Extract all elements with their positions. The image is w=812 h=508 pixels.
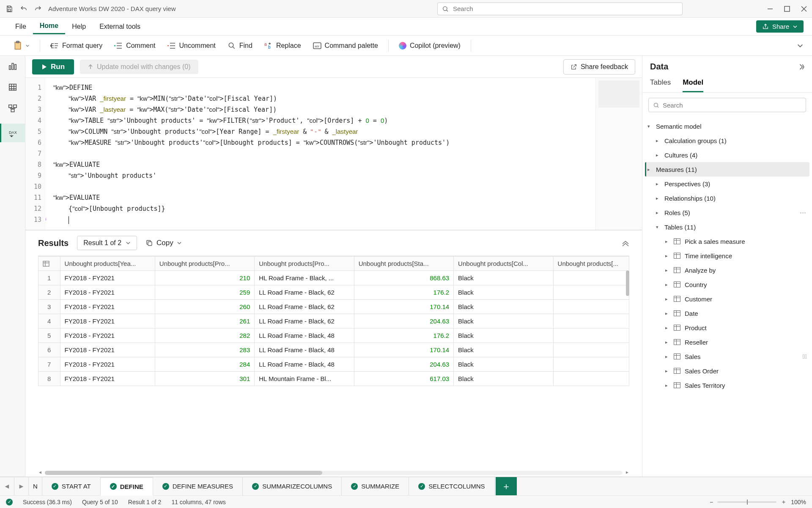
cell bbox=[553, 343, 629, 357]
share-feedback-button[interactable]: Share feedback bbox=[563, 59, 635, 75]
zoom-in-icon[interactable]: ＋ bbox=[781, 498, 787, 506]
tree-table[interactable]: ▸Country bbox=[645, 277, 809, 292]
tree-table[interactable]: ▸Date bbox=[645, 306, 809, 320]
row-corner[interactable] bbox=[38, 257, 60, 271]
query-tab[interactable]: ✓DEFINE MEASURES bbox=[153, 477, 243, 495]
find-button[interactable]: Find bbox=[222, 39, 258, 52]
save-icon[interactable] bbox=[5, 5, 14, 13]
toolbar: Format query Comment Uncomment Find abRe… bbox=[0, 36, 812, 56]
model-view-icon[interactable] bbox=[7, 102, 19, 114]
result-selector[interactable]: Result 1 of 2 bbox=[77, 236, 137, 250]
copy-button[interactable]: Copy bbox=[145, 239, 182, 247]
col-header[interactable]: Unbought products[Yea... bbox=[60, 257, 155, 271]
tabs-prev-icon[interactable]: ◄ bbox=[0, 477, 14, 495]
format-query-button[interactable]: Format query bbox=[45, 39, 107, 52]
tree-node[interactable]: ▸Relationships (10) bbox=[645, 191, 809, 205]
window-controls bbox=[767, 6, 807, 12]
minimap[interactable] bbox=[595, 78, 642, 230]
report-view-icon[interactable] bbox=[7, 60, 19, 72]
tree-root[interactable]: ▾Semantic model bbox=[645, 119, 809, 133]
tree-tables-header[interactable]: ▾Tables (11) bbox=[645, 220, 809, 234]
undo-icon[interactable] bbox=[19, 5, 28, 13]
zoom-control[interactable]: − ＋ 100% bbox=[710, 498, 806, 506]
vertical-scrollbar[interactable] bbox=[625, 271, 629, 470]
svg-rect-12 bbox=[14, 64, 16, 69]
tree-node[interactable]: ▸Measures (11) bbox=[645, 162, 809, 177]
zoom-out-icon[interactable]: − bbox=[710, 499, 713, 505]
code-editor[interactable]: 12345678910111213 "kw">DEFINE "kw">VAR _… bbox=[25, 78, 642, 230]
query-tab[interactable]: ✓SUMMARIZE bbox=[342, 477, 409, 495]
tree-table[interactable]: ▸Sales Order bbox=[645, 364, 809, 378]
table-row[interactable]: 6FY2018 - FY2021283LL Road Frame - Black… bbox=[38, 343, 629, 357]
cell: Black bbox=[454, 271, 553, 285]
tree-table[interactable]: ▸Pick a sales measure bbox=[645, 234, 809, 248]
tree-node[interactable]: ▸Roles (5)⋯ bbox=[645, 205, 809, 220]
col-header[interactable]: Unbought products[Pro... bbox=[155, 257, 254, 271]
tree-node[interactable]: ▸Cultures (4) bbox=[645, 148, 809, 162]
check-icon: ✓ bbox=[110, 483, 117, 490]
redo-icon[interactable] bbox=[34, 5, 42, 13]
collapse-results-icon[interactable] bbox=[622, 240, 629, 246]
minimize-icon[interactable] bbox=[767, 6, 773, 12]
collapse-panel-icon[interactable] bbox=[798, 64, 804, 70]
run-button[interactable]: Run bbox=[32, 59, 74, 75]
menu-external-tools[interactable]: External tools bbox=[93, 19, 147, 34]
copilot-button[interactable]: Copilot (preview) bbox=[394, 39, 466, 52]
comment-button[interactable]: Comment bbox=[109, 39, 160, 52]
command-palette-button[interactable]: ablCommand palette bbox=[308, 39, 383, 52]
menu-home[interactable]: Home bbox=[33, 19, 65, 34]
col-header[interactable]: Unbought products[Sta... bbox=[354, 257, 453, 271]
tree-table[interactable]: ▸Analyze by bbox=[645, 263, 809, 277]
query-tab[interactable]: ✓SUMMARIZECOLUMNS bbox=[243, 477, 342, 495]
table-row[interactable]: 8FY2018 - FY2021301HL Mountain Frame - B… bbox=[38, 372, 629, 386]
global-search-input[interactable] bbox=[453, 5, 678, 12]
col-header[interactable]: Unbought products[Pro... bbox=[255, 257, 354, 271]
tree-table[interactable]: ▸Reseller bbox=[645, 335, 809, 349]
maximize-icon[interactable] bbox=[784, 6, 790, 12]
table-row[interactable]: 7FY2018 - FY2021284LL Road Frame - Black… bbox=[38, 357, 629, 372]
data-search-input[interactable] bbox=[663, 102, 801, 109]
table-row[interactable]: 2FY2018 - FY2021259LL Road Frame - Black… bbox=[38, 285, 629, 300]
table-view-icon[interactable] bbox=[7, 81, 19, 93]
tree-table[interactable]: ▸Product bbox=[645, 320, 809, 335]
tree-table[interactable]: ▸Customer bbox=[645, 292, 809, 306]
menu-file[interactable]: File bbox=[8, 19, 33, 34]
code-area[interactable]: "kw">DEFINE "kw">VAR _firstyear = "kw">M… bbox=[46, 78, 595, 230]
tree-node[interactable]: ▸Perspectives (3) bbox=[645, 177, 809, 191]
close-icon[interactable] bbox=[801, 6, 807, 12]
add-query-tab[interactable]: ＋ bbox=[496, 477, 517, 495]
results-table-wrap: Unbought products[Yea... Unbought produc… bbox=[38, 256, 629, 470]
horizontal-scrollbar[interactable]: ◄ ► bbox=[38, 471, 629, 477]
table-row[interactable]: 4FY2018 - FY2021261LL Road Frame - Black… bbox=[38, 314, 629, 329]
zoom-slider[interactable] bbox=[717, 501, 776, 503]
paste-button[interactable] bbox=[8, 39, 35, 52]
status-query: Query 5 of 10 bbox=[82, 499, 118, 505]
query-tab-truncated[interactable]: N bbox=[29, 477, 42, 495]
tree-node[interactable]: ▸Calculation groups (1) bbox=[645, 133, 809, 148]
data-tab-tables[interactable]: Tables bbox=[650, 78, 671, 92]
scroll-right-icon[interactable]: ► bbox=[625, 470, 629, 475]
replace-button[interactable]: abReplace bbox=[259, 39, 306, 52]
scroll-left-icon[interactable]: ◄ bbox=[38, 470, 42, 475]
tabs-next-icon[interactable]: ► bbox=[14, 477, 29, 495]
table-row[interactable]: 3FY2018 - FY2021260LL Road Frame - Black… bbox=[38, 300, 629, 314]
query-tab[interactable]: ✓SELECTCOLUMNS bbox=[409, 477, 494, 495]
query-tab[interactable]: ✓DEFINE bbox=[101, 477, 153, 496]
table-icon bbox=[674, 238, 680, 244]
dax-view-icon[interactable]: DAX bbox=[0, 124, 25, 142]
query-tab[interactable]: ✓START AT bbox=[42, 477, 101, 495]
col-header[interactable]: Unbought products[... bbox=[553, 257, 629, 271]
table-row[interactable]: 5FY2018 - FY2021282LL Road Frame - Black… bbox=[38, 329, 629, 343]
global-search[interactable] bbox=[437, 3, 683, 15]
table-row[interactable]: 1FY2018 - FY2021210HL Road Frame - Black… bbox=[38, 271, 629, 285]
toolbar-expand-icon[interactable] bbox=[797, 42, 804, 49]
tree-table[interactable]: ▸Sales Territory bbox=[645, 378, 809, 392]
menu-help[interactable]: Help bbox=[65, 19, 93, 34]
data-search[interactable] bbox=[648, 98, 806, 112]
col-header[interactable]: Unbought products[Col... bbox=[454, 257, 553, 271]
data-tab-model[interactable]: Model bbox=[683, 78, 703, 92]
tree-table[interactable]: ▸Time intelligence bbox=[645, 248, 809, 263]
uncomment-button[interactable]: Uncomment bbox=[162, 39, 221, 52]
tree-table[interactable]: ▸Sales👁⃠ bbox=[645, 349, 809, 364]
share-button[interactable]: Share bbox=[756, 20, 804, 33]
